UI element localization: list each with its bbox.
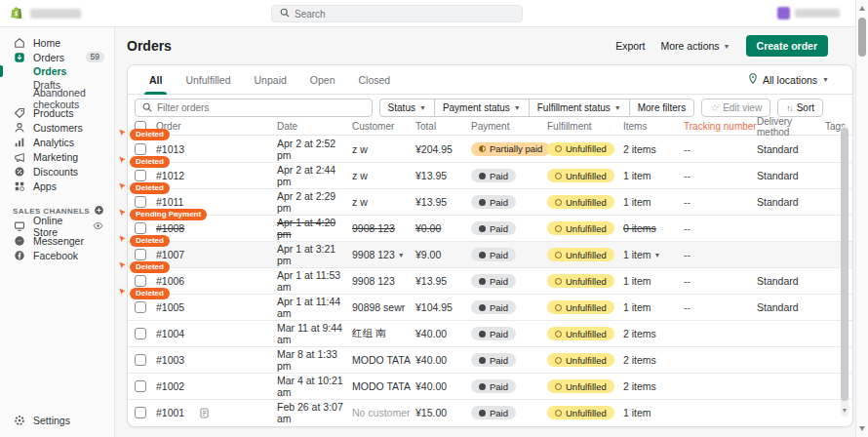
row-checkbox[interactable]	[135, 196, 146, 208]
order-number[interactable]: #1011	[156, 196, 183, 208]
sidebar-item-settings[interactable]: Settings	[0, 413, 114, 427]
tabs-row: AllUnfulfilledUnpaidOpenClosed All locat…	[128, 65, 852, 95]
customer-cell: z w	[352, 196, 415, 208]
table-row[interactable]: #1001Feb 26 at 3:07 amNo customer¥15.00P…	[128, 399, 852, 425]
filter-button-payment-status[interactable]: Payment status▼	[434, 99, 529, 117]
fulfillment-status-badge: Unfulfilled	[547, 221, 614, 235]
chevron-down-icon: ▼	[614, 104, 621, 111]
column-header-order: Order	[156, 121, 277, 132]
filter-button-fulfillment-status[interactable]: Fulfillment status▼	[529, 99, 629, 117]
customer-cell: MODO TATA	[352, 380, 415, 392]
total-cell: ¥15.00	[415, 407, 471, 418]
scroll-up-icon[interactable]	[859, 6, 865, 11]
eye-icon[interactable]	[92, 219, 104, 232]
row-checkbox[interactable]	[135, 170, 146, 181]
shopify-logo-icon[interactable]	[10, 6, 23, 21]
fulfillment-status-icon	[555, 357, 562, 364]
payment-status-label: Paid	[490, 355, 508, 366]
sidebar-item-home[interactable]: Home	[0, 35, 114, 50]
row-checkbox[interactable]	[135, 301, 146, 313]
sidebar-item-online-store[interactable]: Online Store	[0, 218, 114, 233]
order-number[interactable]: #1002	[156, 380, 184, 392]
table-row[interactable]: #1003Mar 8 at 1:33 pmMODO TATA¥40.00Paid…	[128, 346, 852, 373]
fulfillment-status-badge: Unfulfilled	[547, 195, 614, 209]
sidebar-item-apps[interactable]: Apps	[0, 179, 114, 193]
more-actions-button[interactable]: More actions▼	[661, 40, 730, 52]
sort-button[interactable]: ↑↓ Sort	[777, 99, 823, 117]
create-order-button[interactable]: Create order	[746, 35, 828, 57]
table-scrollbar-thumb[interactable]	[841, 128, 848, 401]
row-checkbox[interactable]	[135, 143, 146, 155]
date-cell: Apr 2 at 2:29 pm	[277, 190, 352, 214]
order-number[interactable]: #1003	[156, 354, 184, 366]
table-row[interactable]: Deleted#1005Apr 1 at 11:44 am90898 sewr¥…	[128, 294, 852, 320]
tab-open[interactable]: Open	[310, 65, 335, 95]
row-checkbox[interactable]	[135, 354, 146, 366]
table-row[interactable]: Deleted#1006Apr 1 at 11:53 am9908 123¥13…	[128, 267, 852, 294]
sidebar-subitem-abandoned-checkouts[interactable]: Abandoned checkouts	[0, 92, 114, 105]
row-checkbox[interactable]	[135, 275, 146, 287]
row-checkbox[interactable]	[135, 380, 146, 392]
scroll-down-icon[interactable]	[843, 409, 847, 413]
filter-orders-search[interactable]	[135, 99, 373, 117]
sidebar-item-label: Marketing	[33, 151, 78, 163]
sidebar-item-analytics[interactable]: Analytics	[0, 135, 114, 149]
tab-all[interactable]: All	[149, 65, 162, 95]
edit-view-button[interactable]: ☆ Edit view	[701, 99, 770, 117]
sidebar-item-products[interactable]: Products	[0, 105, 114, 120]
customer-cell: 90898 sewr	[352, 301, 415, 313]
tracking-cell: --	[684, 196, 757, 208]
chevron-down-icon[interactable]: ▼	[398, 252, 405, 258]
table-row[interactable]: Deleted#1013Apr 2 at 2:52 pmz w¥204.95Pa…	[128, 136, 852, 162]
table-row[interactable]: #1002Mar 4 at 10:21 amMODO TATA¥40.00Pai…	[128, 373, 852, 399]
export-button[interactable]: Export	[615, 40, 645, 52]
order-number[interactable]: #1004	[156, 328, 184, 339]
global-search[interactable]	[271, 5, 523, 22]
fulfillment-status-label: Unfulfilled	[566, 408, 607, 418]
order-number[interactable]: #1008	[156, 222, 184, 234]
order-number[interactable]: #1013	[156, 143, 184, 155]
tab-unfulfilled[interactable]: Unfulfilled	[185, 65, 230, 95]
payment-status-icon	[479, 278, 486, 285]
row-checkbox[interactable]	[135, 222, 146, 234]
table-row[interactable]: Deleted#1011Apr 2 at 2:29 pmz w¥13.95Pai…	[128, 188, 852, 215]
tracking-cell: --	[684, 170, 757, 181]
tab-unpaid[interactable]: Unpaid	[255, 65, 287, 95]
sidebar-item-orders[interactable]: Orders59	[0, 50, 114, 64]
sidebar-item-facebook[interactable]: Facebook	[0, 248, 114, 262]
sidebar-item-discounts[interactable]: Discounts	[0, 164, 114, 179]
global-search-input[interactable]	[295, 9, 514, 20]
order-number[interactable]: #1012	[156, 170, 184, 181]
filter-orders-input[interactable]	[157, 102, 365, 113]
annotation-cursor-icon	[117, 181, 128, 194]
chevron-down-icon[interactable]: ▼	[654, 252, 661, 258]
location-filter[interactable]: All locations ▼	[748, 73, 829, 86]
row-checkbox[interactable]	[135, 249, 146, 260]
fulfillment-status-icon	[555, 173, 562, 179]
table-row[interactable]: Deleted#1007Apr 1 at 3:21 pm9908 123▼¥9.…	[128, 241, 852, 267]
scroll-down-icon[interactable]	[859, 426, 865, 431]
sidebar-item-messenger[interactable]: Messenger	[0, 233, 114, 248]
row-checkbox[interactable]	[135, 328, 146, 339]
sidebar-item-marketing[interactable]: Marketing	[0, 149, 114, 164]
sidebar-subitem-orders[interactable]: Orders	[0, 64, 114, 78]
window-scrollbar-thumb[interactable]	[858, 18, 866, 57]
order-number[interactable]: #1007	[156, 249, 184, 260]
tab-closed[interactable]: Closed	[359, 65, 391, 95]
account-menu[interactable]	[777, 7, 840, 20]
table-row[interactable]: Pending Payment#1008Apr 1 at 4:20 pm9908…	[128, 215, 852, 241]
row-checkbox[interactable]	[135, 407, 146, 418]
table-row[interactable]: #1004Mar 11 at 9:44 am红组 南¥40.00PaidUnfu…	[128, 320, 852, 346]
star-icon: ☆	[710, 102, 719, 113]
plus-circle-icon[interactable]	[94, 205, 104, 218]
row-checkbox-cell	[135, 196, 156, 208]
filter-button-status[interactable]: Status▼	[379, 99, 434, 117]
order-number[interactable]: #1006	[156, 275, 184, 287]
order-number[interactable]: #1005	[156, 301, 184, 313]
payment-cell: Paid	[471, 406, 547, 419]
filter-button-more-filters[interactable]: More filters	[629, 99, 694, 117]
sidebar-item-customers[interactable]: Customers	[0, 120, 114, 135]
order-number[interactable]: #1001	[156, 407, 184, 418]
tracking-cell: --	[684, 143, 757, 155]
table-row[interactable]: Deleted#1012Apr 2 at 2:44 pmz w¥13.95Pai…	[128, 162, 852, 188]
